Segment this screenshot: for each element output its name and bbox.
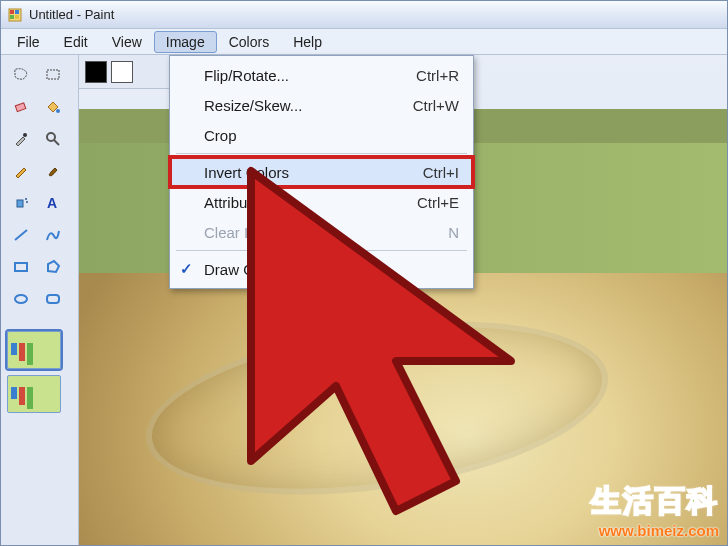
menu-view[interactable]: View: [100, 31, 154, 53]
svg-point-12: [25, 198, 27, 200]
tool-polygon[interactable]: [39, 253, 67, 281]
menu-item-shortcut: Ctrl+I: [423, 164, 459, 181]
svg-rect-3: [10, 15, 14, 19]
background-color[interactable]: [111, 61, 133, 83]
menu-colors[interactable]: Colors: [217, 31, 281, 53]
menu-help[interactable]: Help: [281, 31, 334, 53]
menu-item-shortcut: Ctrl+E: [417, 194, 459, 211]
svg-rect-6: [15, 103, 26, 112]
watermark: 生活百科 www.bimeiz.com: [591, 481, 719, 539]
toolbox: A: [1, 55, 79, 545]
menu-item-clear-image: Clear Image N: [170, 217, 473, 247]
option-thumbnails: [7, 331, 78, 413]
paint-window: Untitled - Paint File Edit View Image Co…: [0, 0, 728, 546]
tool-rounded-rect[interactable]: [39, 285, 67, 313]
menu-item-label: Flip/Rotate...: [204, 67, 289, 84]
menu-file[interactable]: File: [5, 31, 52, 53]
svg-text:A: A: [47, 195, 57, 211]
svg-point-7: [56, 109, 60, 113]
svg-rect-2: [15, 10, 19, 14]
menu-item-crop[interactable]: Crop: [170, 120, 473, 150]
svg-rect-4: [15, 15, 19, 19]
menu-item-label: Invert Colors: [204, 164, 289, 181]
tool-text[interactable]: A: [39, 189, 67, 217]
svg-point-13: [26, 201, 28, 203]
option-thumb-1[interactable]: [7, 331, 61, 369]
menu-item-label: Resize/Skew...: [204, 97, 302, 114]
tool-curve[interactable]: [39, 221, 67, 249]
tool-magnifier[interactable]: [39, 125, 67, 153]
menu-separator: [176, 250, 467, 251]
tool-pencil[interactable]: [7, 157, 35, 185]
menu-item-label: Clear Image: [204, 224, 286, 241]
menu-item-shortcut: Ctrl+W: [413, 97, 459, 114]
svg-point-8: [23, 133, 27, 137]
svg-line-15: [15, 230, 27, 240]
window-title: Untitled - Paint: [29, 7, 114, 22]
svg-rect-11: [17, 200, 23, 207]
tool-free-select[interactable]: [7, 61, 35, 89]
svg-rect-16: [15, 263, 27, 271]
tool-brush[interactable]: [39, 157, 67, 185]
menubar: File Edit View Image Colors Help: [1, 29, 727, 55]
menu-item-label: Attributes...: [204, 194, 280, 211]
menu-item-draw-opaque[interactable]: ✓ Draw Opaque: [170, 254, 473, 284]
menu-item-shortcut: Ctrl+R: [416, 67, 459, 84]
svg-point-9: [47, 133, 55, 141]
watermark-text: 生活百科: [591, 481, 719, 522]
tool-rectangle[interactable]: [7, 253, 35, 281]
titlebar: Untitled - Paint: [1, 1, 727, 29]
menu-item-label: Crop: [204, 127, 237, 144]
menu-item-label: Draw Opaque: [204, 261, 297, 278]
menu-item-attributes[interactable]: Attributes... Ctrl+E: [170, 187, 473, 217]
menu-image[interactable]: Image: [154, 31, 217, 53]
image-menu-dropdown: Flip/Rotate... Ctrl+R Resize/Skew... Ctr…: [169, 55, 474, 289]
tool-fill[interactable]: [39, 93, 67, 121]
tool-eraser[interactable]: [7, 93, 35, 121]
tool-ellipse[interactable]: [7, 285, 35, 313]
foreground-color[interactable]: [85, 61, 107, 83]
tool-line[interactable]: [7, 221, 35, 249]
tool-airbrush[interactable]: [7, 189, 35, 217]
menu-separator: [176, 153, 467, 154]
app-icon: [7, 7, 23, 23]
tool-rect-select[interactable]: [39, 61, 67, 89]
svg-point-17: [15, 295, 27, 303]
menu-item-invert-colors[interactable]: Invert Colors Ctrl+I: [170, 157, 473, 187]
tool-picker[interactable]: [7, 125, 35, 153]
option-thumb-2[interactable]: [7, 375, 61, 413]
menu-item-flip-rotate[interactable]: Flip/Rotate... Ctrl+R: [170, 60, 473, 90]
svg-rect-18: [47, 295, 59, 303]
check-icon: ✓: [180, 260, 193, 278]
watermark-url: www.bimeiz.com: [591, 522, 719, 539]
menu-item-resize-skew[interactable]: Resize/Skew... Ctrl+W: [170, 90, 473, 120]
menu-edit[interactable]: Edit: [52, 31, 100, 53]
svg-line-10: [54, 140, 59, 145]
svg-rect-1: [10, 10, 14, 14]
svg-rect-5: [47, 70, 59, 79]
menu-item-shortcut: N: [448, 224, 459, 241]
